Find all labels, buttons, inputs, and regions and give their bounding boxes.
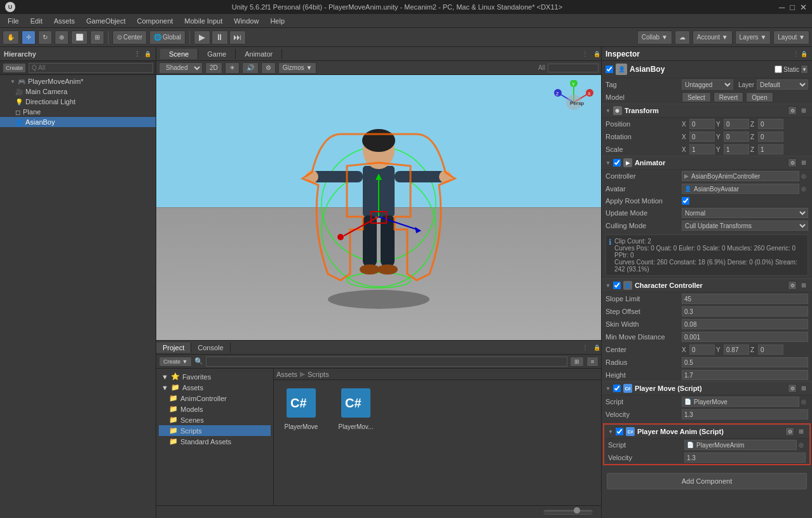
culling-mode-select[interactable]: Cull Update Transforms (682, 221, 808, 231)
min-move-input[interactable] (682, 332, 808, 342)
update-mode-select[interactable]: Normal (682, 208, 808, 218)
pma-enabled-checkbox[interactable] (616, 428, 623, 435)
window-controls[interactable]: ─ □ ✕ (779, 3, 807, 12)
avatar-pick-btn[interactable]: ◎ (799, 184, 808, 193)
menu-mobile-input[interactable]: Mobile Input (179, 16, 227, 26)
close-btn[interactable]: ✕ (800, 3, 807, 12)
menu-gameobject[interactable]: GameObject (81, 16, 131, 26)
layer-select[interactable]: Default (757, 79, 808, 90)
2d-btn[interactable]: 2D (205, 62, 222, 74)
tab-project[interactable]: Project (156, 343, 191, 353)
cc-enabled-checkbox[interactable] (613, 282, 621, 289)
select-btn[interactable]: Select (682, 92, 711, 102)
tree-favorites[interactable]: ▼ ⭐ Favorites (159, 371, 271, 382)
scale-tool-btn[interactable]: ⊕ (55, 31, 69, 44)
animator-enabled-checkbox[interactable] (613, 159, 621, 167)
center-x-input[interactable] (689, 344, 715, 355)
scale-y-input[interactable] (724, 144, 749, 154)
skin-width-input[interactable] (682, 319, 808, 329)
scale-z-input[interactable] (758, 144, 783, 154)
pause-btn[interactable]: ⏸ (212, 31, 228, 44)
pm-velocity-input[interactable] (682, 409, 808, 419)
project-search-input[interactable] (206, 357, 567, 367)
layout-btn[interactable]: Layout ▼ (773, 31, 809, 44)
menu-assets[interactable]: Assets (49, 16, 80, 26)
collab-btn[interactable]: Collab ▼ (637, 31, 672, 44)
pos-x-input[interactable] (689, 119, 715, 129)
hier-item-scene[interactable]: ▼ 🎮 PlayerMoveAnim* (0, 76, 156, 86)
pma-script-pick-btn[interactable]: ◎ (797, 440, 806, 449)
inspector-menu[interactable]: ⋮ (793, 50, 799, 57)
shading-dropdown[interactable]: Shaded (159, 62, 203, 74)
pma-settings-btn[interactable]: ⚙ (785, 427, 794, 436)
hier-item-directional-light[interactable]: 💡 Directional Light (0, 97, 156, 107)
hierarchy-search-input[interactable] (29, 63, 153, 73)
step-btn[interactable]: ⏭ (229, 31, 246, 44)
hier-item-plane[interactable]: ◻ Plane (0, 107, 156, 117)
tab-scene[interactable]: Scene (160, 49, 198, 59)
maximize-btn[interactable]: □ (790, 3, 795, 12)
menu-edit[interactable]: Edit (25, 16, 48, 26)
menu-file[interactable]: File (3, 16, 24, 26)
pos-z-input[interactable] (758, 119, 783, 129)
tree-models[interactable]: 📁 Models (159, 404, 271, 414)
pm-settings-btn[interactable]: ⚙ (788, 384, 797, 393)
effects-btn[interactable]: ⚙ (261, 62, 276, 74)
scene-lock[interactable]: 🔒 (592, 50, 601, 58)
static-dropdown-btn[interactable]: ▼ (801, 65, 808, 74)
project-filter-btn[interactable]: ⊞ (570, 357, 584, 367)
slope-limit-input[interactable] (682, 294, 808, 304)
zoom-slider[interactable] (543, 509, 593, 515)
tree-scripts[interactable]: 📁 Scripts (159, 425, 271, 436)
asset-playermoveanim[interactable]: C# PlayerMov... (334, 385, 378, 430)
hand-tool-btn[interactable]: ✋ (3, 31, 19, 44)
cloud-btn[interactable]: ☁ (675, 31, 690, 44)
transform-tool-btn[interactable]: ⊞ (90, 31, 104, 44)
object-enabled-checkbox[interactable] (606, 65, 613, 73)
cc-settings-btn[interactable]: ⚙ (788, 281, 797, 290)
move-tool-btn[interactable]: ✛ (22, 31, 36, 44)
tree-animcontroller[interactable]: 📁 AnimController (159, 393, 271, 404)
gizmos-btn[interactable]: Gizmos ▼ (278, 62, 317, 74)
menu-component[interactable]: Component (132, 16, 178, 26)
hierarchy-menu[interactable]: ⋮ (134, 50, 140, 57)
center-z-input[interactable] (758, 344, 783, 355)
audio-btn[interactable]: 🔊 (242, 62, 259, 74)
tab-console[interactable]: Console (191, 343, 230, 353)
menu-help[interactable]: Help (265, 16, 290, 26)
tree-scenes[interactable]: 📁 Scenes (159, 414, 271, 425)
rotate-tool-btn[interactable]: ↻ (38, 31, 52, 44)
add-component-btn[interactable]: Add Component (607, 473, 807, 489)
hierarchy-create-btn[interactable]: Create (3, 63, 26, 73)
static-checkbox[interactable] (775, 65, 782, 73)
rot-x-input[interactable] (689, 132, 715, 142)
pos-y-input[interactable] (724, 119, 749, 129)
menu-window[interactable]: Window (229, 16, 264, 26)
step-offset-input[interactable] (682, 306, 808, 317)
rot-z-input[interactable] (758, 132, 783, 142)
hier-item-asianboy[interactable]: 👤 AsianBoy (0, 117, 156, 127)
hier-item-main-camera[interactable]: 🎥 Main Camera (0, 86, 156, 97)
tree-assets[interactable]: ▼ 📁 Assets (159, 382, 271, 393)
rect-tool-btn[interactable]: ⬜ (71, 31, 88, 44)
tree-standard-assets[interactable]: 📁 Standard Assets (159, 436, 271, 447)
scene-search-input[interactable] (548, 64, 599, 72)
bottom-panel-menu[interactable]: ⋮ (582, 344, 588, 351)
animator-settings-btn[interactable]: ⚙ (788, 158, 797, 167)
center-btn[interactable]: ⊙ Center (112, 31, 147, 44)
inspector-lock[interactable]: 🔒 (799, 50, 808, 58)
tab-game[interactable]: Game (198, 49, 236, 59)
radius-input[interactable] (682, 357, 808, 367)
global-btn[interactable]: 🌐 Global (149, 31, 186, 44)
scene-menu[interactable]: ⋮ (582, 50, 588, 57)
bottom-lock[interactable]: 🔒 (592, 343, 601, 352)
project-view-btn[interactable]: ≡ (586, 357, 599, 367)
transform-settings-btn[interactable]: ⚙ (788, 106, 797, 115)
tab-animator[interactable]: Animator (236, 49, 282, 59)
tag-select[interactable]: Untagged (682, 79, 733, 90)
pm-script-pick-btn[interactable]: ◎ (799, 397, 808, 406)
scene-content[interactable]: X Y Z Persp (156, 75, 601, 340)
controller-pick-btn[interactable]: ◎ (799, 172, 808, 181)
asset-playermove[interactable]: C# PlayerMove (279, 385, 323, 430)
pma-velocity-input[interactable] (684, 453, 806, 463)
